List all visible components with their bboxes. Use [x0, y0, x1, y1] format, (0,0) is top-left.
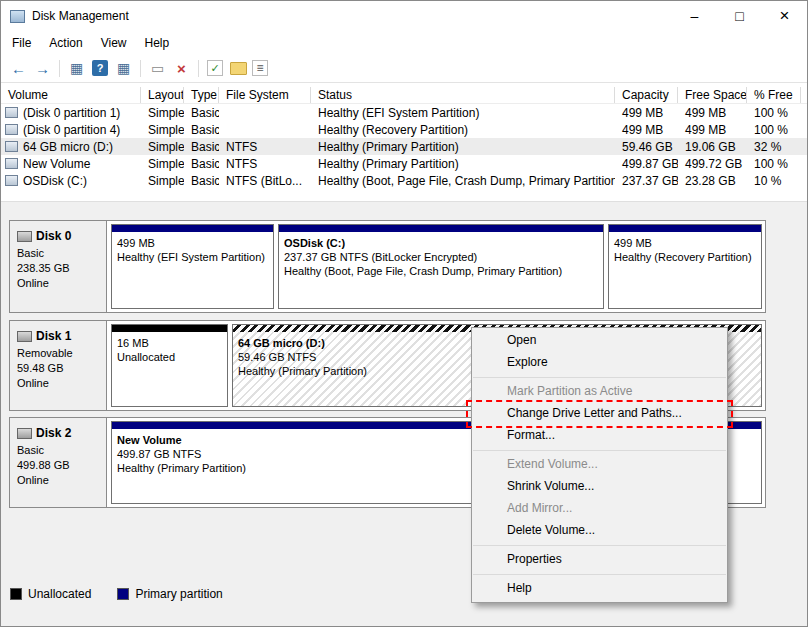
context-menu-format[interactable]: Format... — [472, 425, 727, 447]
context-menu: Open Explore Mark Partition as Active Ch… — [471, 327, 728, 603]
volume-free-space: 499.72 GB — [678, 157, 747, 171]
partition-line: Healthy (Boot, Page File, Crash Dump, Pr… — [284, 264, 598, 278]
fields-icon[interactable]: ≡ — [252, 60, 268, 76]
column-header-free-space[interactable]: Free Space — [678, 87, 747, 103]
disk-label: Disk 1 — [36, 329, 71, 344]
legend-label: Primary partition — [135, 587, 222, 601]
folder-search-icon[interactable] — [230, 62, 247, 75]
volume-icon — [5, 124, 18, 135]
partition-efi-system[interactable]: 499 MB Healthy (EFI System Partition) — [111, 224, 274, 309]
column-header-volume[interactable]: Volume — [1, 87, 141, 103]
partition-line: 499 MB — [614, 236, 756, 250]
volume-capacity: 499.87 GB — [615, 157, 678, 171]
partition-line: 16 MB — [117, 336, 222, 350]
context-menu-help[interactable]: Help — [472, 578, 727, 600]
app-icon — [10, 10, 25, 23]
refresh-report-icon[interactable]: ✓ — [207, 60, 223, 76]
disk-label: Disk 0 — [36, 229, 71, 244]
volume-file-system: NTFS — [219, 140, 311, 154]
volume-pct-free: 10 % — [747, 174, 801, 188]
disk-1-header[interactable]: Disk 1 Removable 59.48 GB Online — [10, 321, 107, 410]
context-menu-shrink-volume[interactable]: Shrink Volume... — [472, 476, 727, 498]
context-menu-mark-partition-active[interactable]: Mark Partition as Active — [472, 381, 727, 403]
disk-type: Removable — [17, 346, 102, 361]
menu-help[interactable]: Help — [136, 33, 179, 53]
title-bar: Disk Management – □ × — [1, 1, 807, 31]
menu-action[interactable]: Action — [40, 33, 91, 53]
legend-label: Unallocated — [28, 587, 91, 601]
volume-row-selected[interactable]: 64 GB micro (D:) Simple Basic NTFS Healt… — [1, 138, 808, 155]
volume-pct-free: 100 % — [747, 106, 801, 120]
primary-partition-bar — [112, 225, 273, 232]
close-button[interactable]: × — [762, 1, 807, 31]
volume-capacity: 499 MB — [615, 123, 678, 137]
delete-icon[interactable]: × — [171, 58, 192, 78]
volume-icon — [5, 107, 18, 118]
column-header-type[interactable]: Type — [184, 87, 219, 103]
menu-view[interactable]: View — [92, 33, 136, 53]
column-header-pct-free[interactable]: % Free — [747, 87, 801, 103]
volume-row[interactable]: New Volume Simple Basic NTFS Healthy (Pr… — [1, 155, 808, 172]
volume-status: Healthy (Recovery Partition) — [311, 123, 615, 137]
disk-status: Online — [17, 376, 102, 391]
context-menu-open[interactable]: Open — [472, 330, 727, 352]
volume-type: Basic — [184, 140, 219, 154]
help-icon[interactable]: ? — [92, 60, 108, 76]
volume-type: Basic — [184, 106, 219, 120]
volume-name: New Volume — [23, 157, 90, 171]
volume-row[interactable]: OSDisk (C:) Simple Basic NTFS (BitLo... … — [1, 172, 808, 189]
disk-size: 59.48 GB — [17, 361, 102, 376]
volume-file-system: NTFS — [219, 157, 311, 171]
context-menu-explore[interactable]: Explore — [472, 352, 727, 374]
disk-0-header[interactable]: Disk 0 Basic 238.35 GB Online — [10, 221, 107, 312]
context-menu-separator — [473, 545, 726, 546]
volume-icon — [5, 158, 18, 169]
disk-icon — [17, 231, 32, 242]
volume-status: Healthy (Primary Partition) — [311, 140, 615, 154]
volume-list: Volume Layout Type File System Status Ca… — [1, 87, 808, 189]
partition-osdisk-c[interactable]: OSDisk (C:) 237.37 GB NTFS (BitLocker En… — [278, 224, 604, 309]
primary-partition-bar — [609, 225, 761, 232]
disk-2-header[interactable]: Disk 2 Basic 499.88 GB Online — [10, 418, 107, 507]
volume-layout: Simple — [141, 123, 184, 137]
console-window-icon[interactable]: ▦ — [113, 58, 134, 78]
disk-size: 499.88 GB — [17, 458, 102, 473]
volume-capacity: 499 MB — [615, 106, 678, 120]
disk-status: Online — [17, 473, 102, 488]
context-menu-delete-volume[interactable]: Delete Volume... — [472, 520, 727, 542]
context-menu-change-drive-letter[interactable]: Change Drive Letter and Paths... — [472, 403, 727, 425]
context-menu-properties[interactable]: Properties — [472, 549, 727, 571]
primary-partition-swatch — [117, 588, 129, 600]
volume-status: Healthy (EFI System Partition) — [311, 106, 615, 120]
volume-row[interactable]: (Disk 0 partition 4) Simple Basic Health… — [1, 121, 808, 138]
context-menu-extend-volume[interactable]: Extend Volume... — [472, 454, 727, 476]
volume-name: 64 GB micro (D:) — [23, 140, 113, 154]
disk-icon — [17, 428, 32, 439]
column-header-capacity[interactable]: Capacity — [615, 87, 678, 103]
minimize-button[interactable]: – — [672, 1, 717, 31]
partition-recovery[interactable]: 499 MB Healthy (Recovery Partition) — [608, 224, 762, 309]
toolbar-separator — [59, 60, 60, 77]
volume-free-space: 23.28 GB — [678, 174, 747, 188]
context-menu-add-mirror[interactable]: Add Mirror... — [472, 498, 727, 520]
action-menu-icon[interactable]: ▭ — [147, 58, 168, 78]
disk-label: Disk 2 — [36, 426, 71, 441]
volume-list-header: Volume Layout Type File System Status Ca… — [1, 87, 808, 104]
disk-type: Basic — [17, 443, 102, 458]
partition-line: 237.37 GB NTFS (BitLocker Encrypted) — [284, 250, 598, 264]
back-icon[interactable]: ← — [8, 58, 29, 78]
maximize-button[interactable]: □ — [717, 1, 762, 31]
volume-layout: Simple — [141, 140, 184, 154]
forward-icon[interactable]: → — [32, 58, 53, 78]
console-tree-icon[interactable]: ▦ — [66, 58, 87, 78]
column-header-layout[interactable]: Layout — [141, 87, 184, 103]
volume-row[interactable]: (Disk 0 partition 1) Simple Basic Health… — [1, 104, 808, 121]
menu-file[interactable]: File — [3, 33, 40, 53]
partition-unallocated[interactable]: 16 MB Unallocated — [111, 324, 228, 407]
volume-type: Basic — [184, 123, 219, 137]
legend-unallocated: Unallocated — [10, 587, 91, 601]
column-header-status[interactable]: Status — [311, 87, 615, 103]
column-header-file-system[interactable]: File System — [219, 87, 311, 103]
disk-0-row: Disk 0 Basic 238.35 GB Online 499 MB Hea… — [9, 220, 766, 313]
context-menu-separator — [473, 574, 726, 575]
